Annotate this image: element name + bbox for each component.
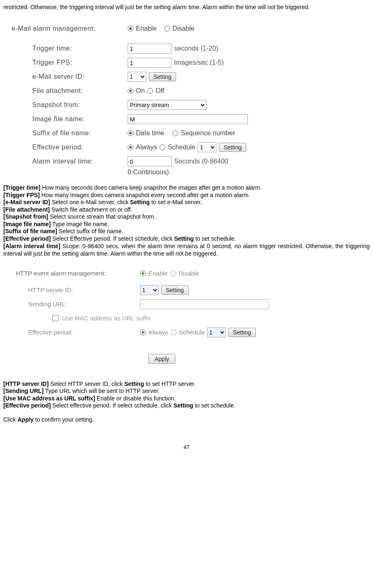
email-enable-radio[interactable] <box>128 26 133 32</box>
http-schedule-label: Schedule <box>179 329 205 336</box>
http-server-id-select[interactable]: 1 <box>140 285 159 295</box>
http-event-form: HTTP event alarm management: Enable Disa… <box>16 268 361 364</box>
http-effective-label: Effective period: <box>16 329 140 336</box>
http-ep-schedule-radio[interactable] <box>171 329 177 335</box>
email-mgmt-label: e-Mail alarm management: <box>12 25 128 32</box>
file-attachment-label: File attachment: <box>12 87 128 95</box>
mac-suffix-checkbox[interactable] <box>52 315 58 321</box>
apply-button[interactable]: Apply <box>148 354 175 364</box>
disable-label: Disable <box>172 25 194 32</box>
email-disable-radio[interactable] <box>164 26 170 32</box>
email-alarm-form: e-Mail alarm management: Enable Disable … <box>12 23 361 176</box>
http-server-id-label: HTTP server ID: <box>16 286 140 293</box>
sending-url-input[interactable] <box>140 299 269 309</box>
image-file-name-label: Image file name: <box>12 115 128 123</box>
ep-schedule-radio[interactable] <box>160 144 165 150</box>
email-server-id-select[interactable]: 1 <box>128 72 146 82</box>
http-disable-label: Disable <box>179 270 199 277</box>
trigger-fps-input[interactable] <box>128 58 172 68</box>
alarm-interval-line2: 0:Continuous) <box>128 168 361 176</box>
alarm-interval-input[interactable] <box>128 156 172 166</box>
seqnum-label: Sequence number <box>181 129 235 137</box>
http-enable-radio[interactable] <box>140 271 146 276</box>
http-schedule-setting-button[interactable]: Setting <box>228 328 256 337</box>
off-label: Off <box>155 87 164 95</box>
email-server-setting-button[interactable]: Setting <box>149 72 176 81</box>
file-off-radio[interactable] <box>147 88 153 94</box>
trigger-time-suffix: seconds (1-20) <box>174 45 218 52</box>
description-block-2: [HTTP server ID] Select HTTP server ID, … <box>3 381 370 424</box>
on-label: On <box>136 87 145 95</box>
ep-always-radio[interactable] <box>128 144 133 150</box>
trigger-time-input[interactable] <box>128 44 172 54</box>
description-block-1: [Trigger time] How many seconds does cam… <box>3 184 370 257</box>
alarm-interval-label: Alarm interval time: <box>12 158 128 165</box>
enable-label: Enable <box>136 25 157 32</box>
email-server-id-label: e-Mail server ID: <box>12 73 128 81</box>
datetime-label: Date time <box>136 129 164 137</box>
sending-url-label: Sending URL: <box>16 300 140 307</box>
page-number: 47 <box>3 444 370 450</box>
suffix-datetime-radio[interactable] <box>128 130 133 136</box>
schedule-select[interactable]: 1 <box>198 142 216 152</box>
alarm-interval-suffix: Seconds (0-86400 <box>174 158 228 165</box>
effective-period-label: Effective period: <box>12 144 128 151</box>
http-enable-label: Enable <box>148 270 168 277</box>
intro-paragraph: restricted. Otherwise, the triggering in… <box>3 3 370 11</box>
mac-suffix-label: Use MAC address as URL suffix <box>62 315 150 322</box>
suffix-seqnum-radio[interactable] <box>172 130 178 136</box>
http-always-label: Always <box>148 329 168 336</box>
schedule-setting-button[interactable]: Setting <box>219 143 246 152</box>
file-on-radio[interactable] <box>128 88 133 94</box>
suffix-file-name-label: Suffix of file name: <box>12 129 128 137</box>
trigger-time-label: Trigger time: <box>12 45 128 52</box>
http-schedule-select[interactable]: 1 <box>207 327 226 337</box>
http-mgmt-label: HTTP event alarm management: <box>16 270 140 277</box>
image-file-name-input[interactable] <box>128 114 248 124</box>
trigger-fps-suffix: Images/sec (1-5) <box>174 59 224 66</box>
http-ep-always-radio[interactable] <box>140 329 146 335</box>
snapshot-from-label: Snapshot from: <box>12 101 128 109</box>
trigger-fps-label: Trigger FPS: <box>12 59 128 66</box>
schedule-label: Schedule <box>168 144 196 151</box>
always-label: Always <box>136 144 157 151</box>
http-server-setting-button[interactable]: Setting <box>161 285 189 295</box>
snapshot-from-select[interactable]: Primary stream <box>128 100 206 110</box>
http-disable-radio[interactable] <box>170 271 176 276</box>
